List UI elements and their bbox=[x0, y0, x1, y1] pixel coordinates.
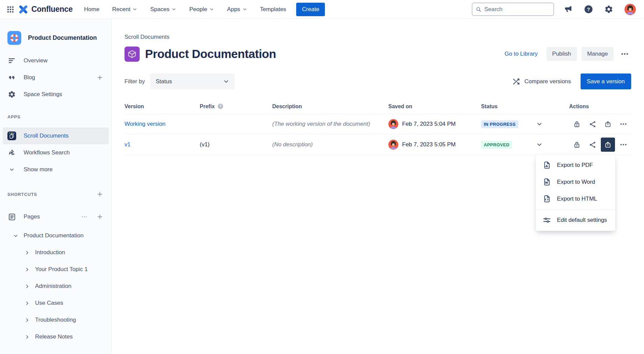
go-to-library-link[interactable]: Go to Library bbox=[505, 51, 538, 57]
saved-on-cell: Feb 7, 2023 5:05 PM bbox=[388, 140, 481, 150]
sidebar-item-workflows-search[interactable]: Workflows Search bbox=[0, 144, 111, 161]
chevron-right-icon bbox=[24, 317, 30, 323]
status-dropdown-button[interactable] bbox=[536, 141, 543, 148]
version-link[interactable]: Working version bbox=[124, 121, 166, 127]
status-cell: APPROVED bbox=[481, 141, 569, 149]
html-file-icon bbox=[542, 195, 551, 203]
col-header-prefix: Prefix ? bbox=[200, 103, 272, 110]
breadcrumb-scroll-documents[interactable]: Scroll Documents bbox=[124, 34, 169, 40]
help-button[interactable]: ? bbox=[583, 3, 594, 15]
save-a-version-button[interactable]: Save a version bbox=[581, 73, 631, 89]
sidebar-item-space-settings[interactable]: Space Settings bbox=[0, 86, 111, 103]
sidebar-item-pages[interactable]: Pages bbox=[0, 208, 111, 225]
chevron-right-icon bbox=[24, 300, 30, 306]
tree-item-use-cases[interactable]: Use Cases bbox=[0, 295, 111, 312]
export-to-word-item[interactable]: Export to Word bbox=[536, 174, 615, 190]
actions-cell bbox=[569, 137, 631, 152]
pages-more-button[interactable] bbox=[80, 212, 89, 222]
space-name: Product Documentation bbox=[28, 34, 97, 41]
status-dropdown-button[interactable] bbox=[536, 121, 543, 127]
document-more-button[interactable] bbox=[618, 48, 631, 60]
chevron-down-icon bbox=[223, 78, 229, 85]
version-link[interactable]: v1 bbox=[124, 141, 131, 148]
sidebar-item-scroll-documents[interactable]: Scroll Documents bbox=[3, 127, 109, 144]
table-row-working-version: Working version (The working version of … bbox=[124, 114, 631, 135]
space-header[interactable]: Product Documentation bbox=[0, 19, 111, 45]
edit-default-settings-item[interactable]: Edit default settings bbox=[536, 212, 615, 229]
page-tree: Product Documentation Introduction Your … bbox=[0, 227, 111, 345]
tree-item-release-notes[interactable]: Release Notes bbox=[0, 328, 111, 345]
col-header-description: Description bbox=[272, 104, 388, 110]
share-icon bbox=[589, 141, 596, 149]
confluence-logo-icon bbox=[18, 4, 28, 14]
nav-people[interactable]: People bbox=[189, 6, 214, 13]
announcement-button[interactable] bbox=[562, 3, 574, 15]
lock-icon bbox=[573, 141, 581, 149]
status-cell: IN PROGRESS bbox=[481, 120, 569, 128]
add-blog-button[interactable] bbox=[95, 73, 105, 82]
nav-templates[interactable]: Templates bbox=[260, 6, 286, 13]
document-cube-icon bbox=[124, 47, 140, 62]
create-button[interactable]: Create bbox=[296, 3, 325, 16]
chevron-down-icon bbox=[7, 167, 16, 173]
row-more-button[interactable] bbox=[616, 137, 631, 152]
chevron-down-icon bbox=[209, 7, 214, 12]
search-input[interactable] bbox=[484, 6, 550, 13]
share-icon bbox=[589, 120, 596, 128]
pages-icon bbox=[7, 213, 16, 221]
publish-button[interactable]: Publish bbox=[547, 47, 577, 61]
add-shortcut-button[interactable] bbox=[95, 189, 105, 199]
export-to-pdf-item[interactable]: Export to PDF bbox=[536, 157, 615, 174]
export-version-button-active[interactable] bbox=[601, 138, 615, 152]
svg-text:?: ? bbox=[220, 105, 222, 108]
profile-button[interactable] bbox=[623, 2, 637, 17]
help-icon: ? bbox=[584, 5, 593, 14]
chevron-right-icon bbox=[24, 250, 30, 256]
add-page-button[interactable] bbox=[95, 212, 105, 222]
nav-apps[interactable]: Apps bbox=[227, 6, 247, 13]
lock-icon bbox=[573, 120, 581, 128]
sidebar-show-more[interactable]: Show more bbox=[0, 161, 111, 178]
lock-version-button[interactable] bbox=[569, 137, 585, 152]
app-grid-icon bbox=[6, 5, 15, 14]
space-sidebar: Product Documentation Overview bbox=[0, 19, 112, 354]
settings-button[interactable] bbox=[603, 3, 615, 15]
compare-shuffle-icon bbox=[512, 78, 520, 86]
manage-button[interactable]: Manage bbox=[582, 47, 614, 61]
plus-icon bbox=[96, 74, 103, 81]
row-more-button[interactable] bbox=[616, 116, 631, 132]
chevron-down-icon bbox=[242, 7, 247, 12]
filter-by-label: Filter by bbox=[124, 78, 145, 85]
lock-version-button[interactable] bbox=[569, 116, 585, 132]
gear-icon bbox=[7, 90, 16, 98]
prefix-help-icon[interactable]: ? bbox=[217, 103, 224, 110]
confluence-logo[interactable]: Confluence bbox=[16, 4, 76, 14]
table-header-row: Version Prefix ? Description Saved on St… bbox=[124, 99, 631, 114]
status-badge: IN PROGRESS bbox=[481, 120, 519, 128]
chevron-down-icon bbox=[171, 7, 176, 12]
col-header-actions: Actions bbox=[569, 104, 631, 110]
nav-spaces[interactable]: Spaces bbox=[150, 6, 176, 13]
tree-item-administration[interactable]: Administration bbox=[0, 278, 111, 295]
status-filter-select[interactable]: Status bbox=[150, 73, 235, 89]
sidebar-item-overview[interactable]: Overview bbox=[0, 52, 111, 69]
nav-home[interactable]: Home bbox=[84, 6, 99, 13]
global-search[interactable] bbox=[472, 3, 554, 16]
tree-item-your-product-topic-1[interactable]: Your Product Topic 1 bbox=[0, 261, 111, 278]
export-version-button[interactable] bbox=[600, 116, 616, 132]
nav-recent[interactable]: Recent bbox=[112, 6, 138, 13]
sidebar-item-blog[interactable]: Blog bbox=[0, 69, 111, 86]
export-dropdown-menu: Export to PDF Export to Word bbox=[536, 154, 615, 231]
plus-icon bbox=[96, 191, 103, 198]
share-version-button[interactable] bbox=[585, 137, 600, 152]
avatar bbox=[388, 140, 398, 150]
compare-versions-button[interactable]: Compare versions bbox=[512, 78, 571, 86]
tree-item-introduction[interactable]: Introduction bbox=[0, 244, 111, 261]
share-version-button[interactable] bbox=[585, 116, 600, 132]
app-switcher-button[interactable] bbox=[5, 4, 16, 15]
more-dots-icon bbox=[81, 213, 88, 220]
tree-item-product-documentation[interactable]: Product Documentation bbox=[0, 227, 111, 244]
export-to-html-item[interactable]: Export to HTML bbox=[536, 190, 615, 207]
export-icon bbox=[604, 141, 612, 149]
tree-item-troubleshooting[interactable]: Troubleshooting bbox=[0, 312, 111, 328]
